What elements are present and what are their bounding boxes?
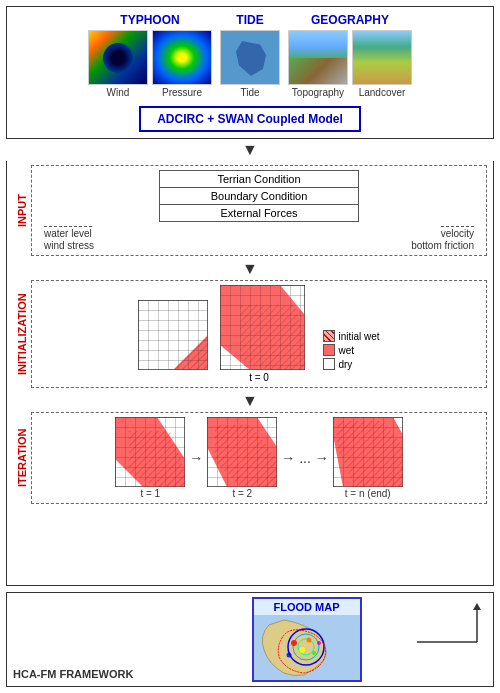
arrow-init-to-iter: ▼ (13, 392, 487, 410)
legend-wet-box (323, 344, 335, 356)
init-content-box: initial wet wet dry t = 0 (31, 280, 487, 388)
geography-images: Topography Landcover (288, 30, 412, 98)
input-section-row: INPUT Terrian Condition Boundary Conditi… (13, 165, 487, 256)
bottom-friction-label: bottom friction (411, 240, 474, 251)
geography-title: GEOGRAPHY (311, 13, 389, 27)
wind-label: Wind (107, 87, 130, 98)
geography-group: GEOGRAPHY Topography Landcover (288, 13, 412, 98)
terrian-condition: Terrian Condition (160, 171, 358, 188)
svg-point-34 (317, 641, 321, 645)
iter-arrow-2: → ... → (281, 450, 328, 466)
tide-box: Tide (220, 30, 280, 98)
legend-dry: dry (323, 358, 379, 370)
main-container: TYPHOON Wind Pressure TIDE (0, 0, 500, 693)
iter-content-box: t = 1 → (31, 412, 487, 504)
arrow-top-to-bottom: ▼ (0, 141, 500, 159)
tide-images: Tide (220, 30, 280, 98)
iter-section-row: ITERATION (13, 412, 487, 504)
legend-wet-label: wet (338, 345, 354, 356)
flood-center: FLOOD MAP (210, 597, 403, 682)
svg-point-30 (306, 638, 311, 643)
iter-arrow-1: → (189, 450, 203, 466)
tn-label: t = n (end) (345, 488, 391, 499)
coupled-model-label: ADCIRC + SWAN Coupled Model (157, 112, 343, 126)
iter-inner: t = 1 → (36, 417, 482, 499)
bottom-section: INPUT Terrian Condition Boundary Conditi… (6, 161, 494, 586)
init-inner: initial wet wet dry t = 0 (36, 285, 482, 383)
coupled-model-row: ADCIRC + SWAN Coupled Model (13, 106, 487, 132)
iter-label: ITERATION (13, 412, 31, 504)
wind-box: Wind (88, 30, 148, 98)
init-grids: initial wet wet dry (138, 285, 379, 370)
velocity-label: velocity (441, 226, 474, 239)
init-grid-2 (220, 285, 305, 370)
external-forces: External Forces (160, 205, 358, 221)
svg-rect-14 (115, 417, 185, 487)
top-images-row: TYPHOON Wind Pressure TIDE (13, 13, 487, 98)
svg-marker-37 (473, 603, 481, 610)
init-grid-svg-1 (138, 300, 208, 370)
input-content-box: Terrian Condition Boundary Condition Ext… (31, 165, 487, 256)
flood-map-title: FLOOD MAP (254, 601, 360, 613)
typhoon-title: TYPHOON (120, 13, 179, 27)
hca-framework-label: HCA-FM FRAMEWORK (13, 668, 133, 682)
flood-map-box: FLOOD MAP (252, 597, 362, 682)
legend-hatched-box (323, 330, 335, 342)
water-level-label: water level (44, 226, 92, 239)
t1-label: t = 1 (140, 488, 160, 499)
t2-label: t = 2 (232, 488, 252, 499)
right-labels: velocity bottom friction (411, 226, 474, 251)
top-section: TYPHOON Wind Pressure TIDE (6, 6, 494, 139)
wind-stress-label: wind stress (44, 240, 94, 251)
svg-point-32 (312, 651, 316, 655)
tide-group: TIDE Tide (220, 13, 280, 98)
wind-image (88, 30, 148, 85)
iter-frame-2: t = 2 (207, 417, 277, 499)
tide-image (220, 30, 280, 85)
conditions-wrapper: Terrian Condition Boundary Condition Ext… (36, 170, 482, 222)
flood-section: HCA-FM FRAMEWORK FLOOD MAP (6, 592, 494, 687)
legend-initial-wet: initial wet (323, 330, 379, 342)
typhoon-group: TYPHOON Wind Pressure (88, 13, 212, 98)
flood-connection-svg (407, 600, 487, 680)
input-label: INPUT (13, 165, 31, 256)
legend-wet: wet (323, 344, 379, 356)
legend-area: initial wet wet dry (323, 330, 379, 370)
iter-grid-svg-2 (207, 417, 277, 487)
svg-rect-4 (138, 300, 208, 370)
svg-rect-24 (333, 417, 403, 487)
legend-dry-box (323, 358, 335, 370)
topo-box: Topography (288, 30, 348, 98)
flood-arrow-area (407, 597, 487, 682)
landcover-image (352, 30, 412, 85)
iter-frame-n: t = n (end) (333, 417, 403, 499)
legend-dry-label: dry (338, 359, 352, 370)
legend-initial-wet-label: initial wet (338, 331, 379, 342)
init-section-row: INITIALIZATION (13, 280, 487, 388)
svg-point-31 (299, 647, 305, 653)
boundary-condition: Boundary Condition (160, 188, 358, 205)
init-label: INITIALIZATION (13, 280, 31, 388)
pressure-image (152, 30, 212, 85)
tide-label: Tide (240, 87, 259, 98)
arrow-input-to-init: ▼ (13, 260, 487, 278)
input-inner: Terrian Condition Boundary Condition Ext… (36, 170, 482, 251)
left-labels: water level wind stress (44, 226, 94, 251)
input-side-labels: water level wind stress velocity bottom … (36, 226, 482, 251)
conditions-center: Terrian Condition Boundary Condition Ext… (159, 170, 359, 222)
svg-point-33 (286, 653, 291, 658)
iter-grid-svg-1 (115, 417, 185, 487)
flood-map-wrapper: FLOOD MAP (252, 597, 362, 682)
svg-rect-19 (207, 417, 277, 487)
pressure-label: Pressure (162, 87, 202, 98)
init-grid-1 (138, 300, 208, 370)
landcover-label: Landcover (359, 87, 406, 98)
t0-label: t = 0 (249, 372, 269, 383)
svg-point-29 (291, 640, 297, 646)
iter-grid-svg-n (333, 417, 403, 487)
init-grid-svg-2 (220, 285, 305, 370)
topo-image (288, 30, 348, 85)
tide-title: TIDE (236, 13, 263, 27)
topo-label: Topography (292, 87, 344, 98)
typhoon-images: Wind Pressure (88, 30, 212, 98)
